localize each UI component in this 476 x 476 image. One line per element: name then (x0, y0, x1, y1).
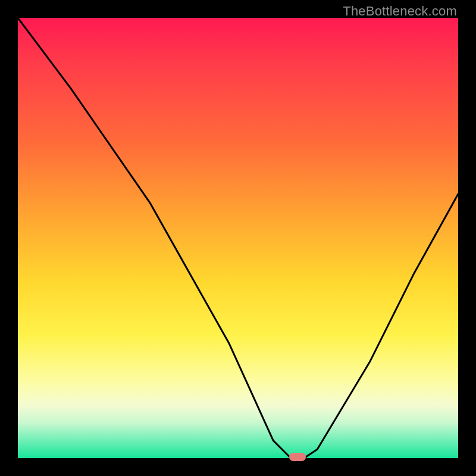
plot-area (18, 18, 458, 458)
optimal-marker (289, 453, 306, 461)
curve-path (18, 18, 458, 458)
chart-frame: TheBottleneck.com (0, 0, 476, 476)
bottleneck-curve (18, 18, 458, 458)
watermark-text: TheBottleneck.com (343, 4, 457, 19)
